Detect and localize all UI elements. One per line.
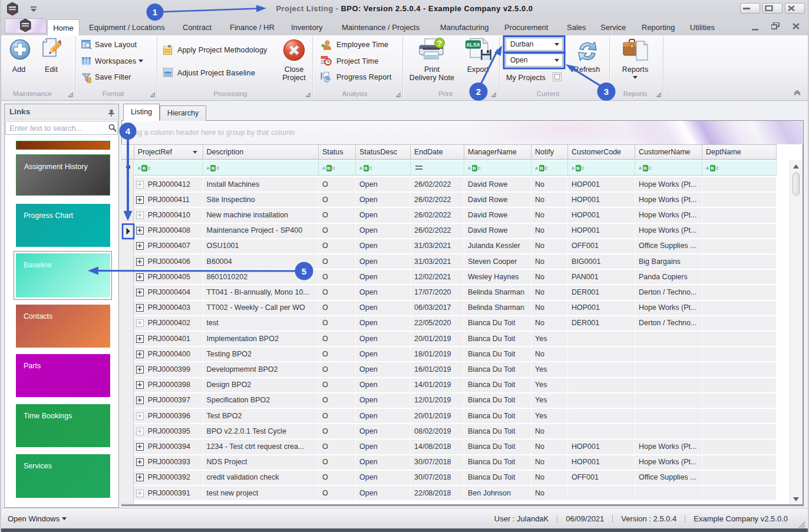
svg-text:2: 2 [476, 87, 481, 97]
svg-text:1: 1 [153, 7, 157, 17]
svg-text:5: 5 [302, 266, 306, 276]
svg-text:4: 4 [126, 126, 131, 136]
svg-text:3: 3 [604, 87, 609, 97]
